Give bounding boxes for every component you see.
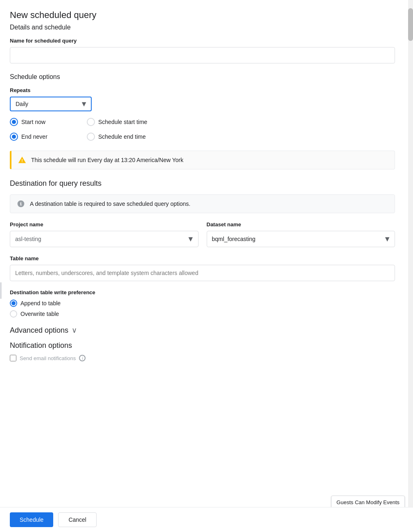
- warning-icon: [18, 156, 26, 164]
- table-name-input[interactable]: [10, 265, 395, 281]
- end-radio-row: End never Schedule end time: [10, 133, 395, 141]
- radio-group: Start now Schedule start time End never …: [10, 118, 395, 147]
- repeats-label: Repeats: [10, 87, 395, 93]
- end-never-radio[interactable]: [10, 133, 18, 141]
- end-never-label: End never: [21, 133, 47, 140]
- project-name-label: Project name: [10, 221, 199, 228]
- project-col: Project name asl-testing ▼: [10, 221, 199, 247]
- schedule-options-section: Schedule options Repeats Daily Weekly Mo…: [10, 73, 395, 169]
- advanced-options-label: Advanced options: [10, 326, 68, 335]
- append-option[interactable]: Append to table: [10, 300, 395, 307]
- overwrite-option[interactable]: Overwrite table: [10, 310, 395, 318]
- destination-info-text: A destination table is required to save …: [30, 201, 190, 207]
- dataset-select[interactable]: bqml_forecasting: [207, 231, 395, 247]
- write-pref-label: Destination table write preference: [10, 289, 395, 295]
- schedule-start-radio[interactable]: [87, 118, 95, 126]
- start-now-radio[interactable]: [10, 118, 18, 126]
- advanced-options-row[interactable]: Advanced options ∨: [10, 326, 395, 335]
- overwrite-label: Overwrite table: [20, 311, 59, 317]
- project-select-wrapper: asl-testing ▼: [10, 231, 199, 247]
- table-name-label: Table name: [10, 255, 395, 261]
- page-title: New scheduled query: [10, 10, 395, 20]
- schedule-start-label: Schedule start time: [98, 119, 147, 125]
- project-dataset-row: Project name asl-testing ▼ Dataset name …: [10, 221, 395, 247]
- dataset-name-label: Dataset name: [207, 221, 395, 228]
- write-pref-section: Destination table write preference Appen…: [10, 289, 395, 318]
- name-input[interactable]: [10, 47, 395, 63]
- left-edge-indicator: [0, 282, 2, 299]
- schedule-end-radio[interactable]: [87, 133, 95, 141]
- destination-info-banner: A destination table is required to save …: [10, 194, 395, 213]
- project-select[interactable]: asl-testing: [10, 231, 199, 247]
- main-content: New scheduled query Details and schedule…: [0, 0, 408, 410]
- section1-title: Details and schedule: [10, 24, 395, 31]
- cancel-button[interactable]: Cancel: [58, 512, 97, 527]
- notification-checkbox-label: Send email notifications: [20, 355, 76, 361]
- schedule-end-label: Schedule end time: [98, 133, 146, 140]
- notification-title: Notification options: [10, 341, 395, 350]
- end-never-option[interactable]: End never: [10, 133, 67, 141]
- svg-rect-2: [20, 203, 21, 205]
- info-icon: [17, 200, 25, 208]
- notification-checkbox-row: Send email notifications i: [10, 355, 395, 361]
- notification-info-icon: i: [79, 355, 86, 361]
- notification-section: Notification options Send email notifica…: [10, 341, 395, 361]
- destination-title: Destination for query results: [10, 179, 395, 188]
- start-now-option[interactable]: Start now: [10, 118, 67, 126]
- schedule-options-title: Schedule options: [10, 73, 395, 81]
- schedule-button[interactable]: Schedule: [10, 512, 53, 527]
- schedule-end-option[interactable]: Schedule end time: [87, 133, 146, 141]
- dataset-select-wrapper: bqml_forecasting ▼: [207, 231, 395, 247]
- svg-point-1: [20, 202, 21, 203]
- start-radio-row: Start now Schedule start time: [10, 118, 395, 126]
- append-radio[interactable]: [10, 300, 17, 307]
- start-now-label: Start now: [21, 119, 45, 125]
- overwrite-radio[interactable]: [10, 310, 17, 318]
- repeats-select[interactable]: Daily Weekly Monthly Custom: [10, 97, 92, 111]
- schedule-start-option[interactable]: Schedule start time: [87, 118, 147, 126]
- advanced-options-chevron-icon: ∨: [72, 326, 77, 335]
- schedule-info-banner: This schedule will run Every day at 13:2…: [10, 151, 395, 169]
- notification-checkbox[interactable]: [10, 355, 16, 361]
- append-label: Append to table: [20, 300, 61, 307]
- dataset-col: Dataset name bqml_forecasting ▼: [207, 221, 395, 247]
- repeats-select-wrapper: Daily Weekly Monthly Custom ▼: [10, 97, 92, 111]
- footer-spacer: [10, 361, 395, 394]
- footer-bar: Schedule Cancel: [0, 507, 413, 532]
- destination-section: Destination for query results A destinat…: [10, 179, 395, 318]
- schedule-info-text: This schedule will run Every day at 13:2…: [31, 157, 183, 163]
- name-label: Name for scheduled query: [10, 38, 395, 44]
